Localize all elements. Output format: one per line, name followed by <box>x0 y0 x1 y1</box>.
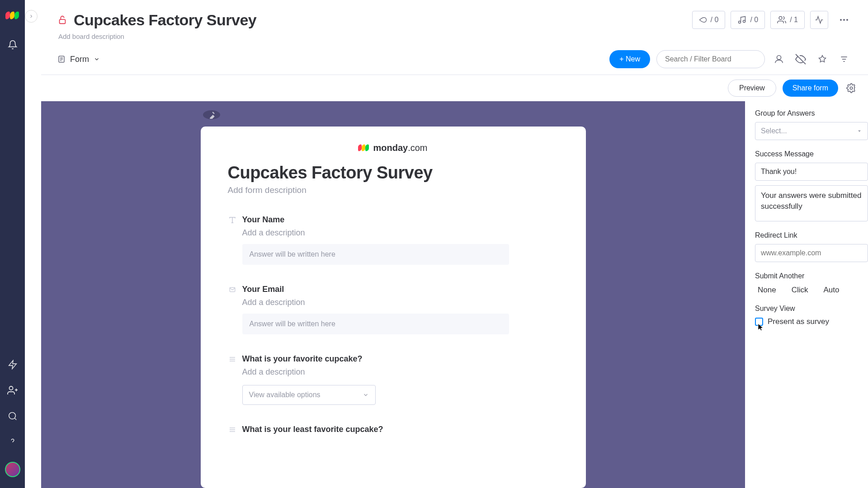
person-filter-icon[interactable] <box>771 52 787 67</box>
search-filter-input[interactable] <box>656 50 765 68</box>
share-form-button[interactable]: Share form <box>783 80 838 97</box>
success-message-label: Success Message <box>755 150 868 158</box>
question-description[interactable]: Add a description <box>228 298 559 307</box>
dropdown-field[interactable]: View available options <box>242 385 376 405</box>
more-options-button[interactable] <box>836 12 852 28</box>
redirect-link-label: Redirect Link <box>755 231 868 239</box>
svg-point-18 <box>777 56 781 60</box>
svg-marker-0 <box>9 361 16 369</box>
view-selector[interactable]: Form <box>57 55 100 64</box>
answer-placeholder: Answer will be written here <box>242 314 509 334</box>
new-button[interactable]: + New <box>609 50 650 68</box>
chevron-down-icon <box>94 56 100 62</box>
redirect-link-input[interactable] <box>755 244 868 262</box>
activity-log-button[interactable] <box>810 11 828 29</box>
members-pill[interactable]: / 1 <box>770 11 805 29</box>
success-title-input[interactable]: Thank you! <box>755 163 868 181</box>
dropdown-type-icon <box>228 426 237 433</box>
hide-columns-icon[interactable] <box>793 52 808 67</box>
dropdown-type-icon <box>228 356 237 363</box>
svg-point-1 <box>9 386 13 390</box>
svg-rect-7 <box>60 19 66 23</box>
svg-point-12 <box>843 19 845 21</box>
question-title: What is your least favorite cupcake? <box>242 425 383 434</box>
answer-placeholder: Answer will be written here <box>242 244 509 265</box>
expand-sidebar-button[interactable] <box>25 10 38 23</box>
present-as-survey-checkbox[interactable] <box>755 318 763 326</box>
submit-option-click[interactable]: Click <box>792 286 808 295</box>
form-action-bar: Preview Share form <box>41 75 868 101</box>
submit-option-none[interactable]: None <box>758 286 776 295</box>
form-title[interactable]: Cupcakes Factory Survey <box>228 163 559 183</box>
svg-point-8 <box>739 21 741 23</box>
search-icon[interactable] <box>8 411 18 421</box>
submit-option-auto[interactable]: Auto <box>823 286 839 295</box>
question-block[interactable]: Your Name Add a description Answer will … <box>228 215 559 265</box>
submit-another-label: Submit Another <box>755 272 868 280</box>
submit-another-options: None Click Auto <box>755 286 868 295</box>
privacy-lock-icon[interactable] <box>57 15 67 25</box>
svg-point-10 <box>779 17 782 20</box>
survey-view-label: Survey View <box>755 305 868 313</box>
preview-button[interactable]: Preview <box>728 80 776 97</box>
cursor-icon <box>757 323 765 331</box>
svg-point-9 <box>743 20 745 23</box>
board-title[interactable]: Cupcakes Factory Survey <box>74 11 256 29</box>
text-type-icon <box>228 216 237 224</box>
question-title: Your Email <box>242 285 284 294</box>
question-block[interactable]: Your Email Add a description Answer will… <box>228 285 559 334</box>
svg-marker-33 <box>858 131 861 132</box>
svg-point-23 <box>850 87 853 89</box>
group-answers-label: Group for Answers <box>755 109 868 117</box>
form-card: monday.com Cupcakes Factory Survey Add f… <box>201 127 586 488</box>
form-view-icon <box>57 55 66 63</box>
theme-color-button[interactable] <box>203 110 220 119</box>
svg-point-11 <box>840 19 842 21</box>
form-canvas: monday.com Cupcakes Factory Survey Add f… <box>41 101 745 488</box>
svg-line-5 <box>14 418 16 420</box>
filter-icon[interactable] <box>836 52 852 67</box>
integrations-pill[interactable]: / 0 <box>731 11 765 29</box>
view-name: Form <box>70 55 89 64</box>
help-icon[interactable] <box>8 436 18 446</box>
settings-panel: Group for Answers Select... Success Mess… <box>745 101 868 488</box>
question-description[interactable]: Add a description <box>228 228 559 238</box>
question-title: What is your favorite cupcake? <box>242 354 363 364</box>
form-logo: monday.com <box>228 143 559 153</box>
board-header: Cupcakes Factory Survey / 0 / 0 / 1 <box>41 0 868 40</box>
pin-icon[interactable] <box>815 52 830 67</box>
question-title: Your Name <box>242 215 285 225</box>
board-description[interactable]: Add board description <box>57 33 852 40</box>
form-settings-icon[interactable] <box>844 81 858 95</box>
invite-icon[interactable] <box>7 385 18 396</box>
group-answers-select[interactable]: Select... <box>755 122 868 140</box>
email-type-icon <box>228 286 237 293</box>
automations-pill[interactable]: / 0 <box>692 11 726 29</box>
caret-down-icon <box>857 128 862 134</box>
svg-point-13 <box>846 19 848 21</box>
monday-logo-icon <box>6 11 19 21</box>
svg-point-4 <box>9 413 15 419</box>
view-bar: Form + New <box>41 40 868 75</box>
user-avatar[interactable] <box>5 462 20 477</box>
question-block[interactable]: What is your least favorite cupcake? <box>228 425 559 434</box>
chevron-down-icon <box>363 392 369 398</box>
bolt-icon[interactable] <box>8 360 18 370</box>
question-block[interactable]: What is your favorite cupcake? Add a des… <box>228 354 559 405</box>
present-as-survey-label: Present as survey <box>768 317 829 326</box>
bell-icon[interactable] <box>8 40 18 50</box>
question-description[interactable]: Add a description <box>228 367 559 377</box>
left-rail <box>0 0 25 488</box>
form-description[interactable]: Add form description <box>228 185 559 195</box>
success-body-input[interactable]: Your answers were submitted successfully <box>755 185 868 221</box>
